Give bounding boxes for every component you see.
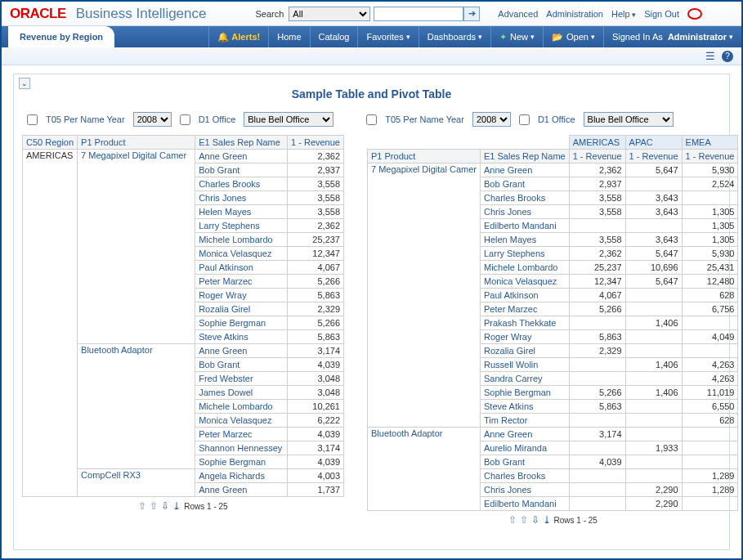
th2-rev1[interactable]: 1 - Revenue [569,150,625,164]
cell-rep[interactable]: Michele Lombardo [195,233,288,247]
cell-rep[interactable]: Peter Marzec [481,302,570,316]
th-americas[interactable]: AMERICAS [569,136,625,150]
nav-favorites[interactable]: Favorites [357,26,418,47]
cell-rep[interactable]: Fred Webster [195,372,288,386]
cell-rep[interactable]: Russell Wolin [481,358,570,372]
nav-open[interactable]: 📂Open [543,26,603,47]
th2-product[interactable]: P1 Product [368,150,481,164]
search-go-button[interactable]: ➔ [463,7,480,21]
year-select-1[interactable]: 2008 [133,112,172,127]
alerts-button[interactable]: 🔔Alerts! [208,26,268,47]
cell-rep[interactable]: Monica Velasquez [195,414,288,428]
cell-rep[interactable]: Anne Green [481,164,570,177]
collapse-button[interactable]: ⌄ [19,78,30,89]
cell-rep[interactable]: Charles Brooks [481,191,570,205]
cell-rep[interactable]: Anne Green [481,428,570,441]
cell-rep[interactable]: Helen Mayes [481,233,570,247]
cell-rep[interactable]: Chris Jones [195,191,288,205]
cell-product[interactable]: Bluetooth Adaptor [78,344,195,469]
help-icon[interactable]: ? [722,51,733,62]
th-rep[interactable]: E1 Sales Rep Name [195,136,288,150]
cell-rep[interactable]: Chris Jones [481,483,570,497]
th-apac[interactable]: APAC [625,136,682,150]
cell-rep[interactable]: Tim Rector [481,414,570,428]
office-checkbox-1[interactable] [180,114,190,125]
year-select-2[interactable]: 2008 [472,112,511,127]
cell-rep[interactable]: Roger Wray [481,330,570,344]
search-scope-select[interactable]: All [289,7,370,21]
cell-product[interactable]: 7 Megapixel Digital Camer [368,164,481,428]
cell-rep[interactable]: Edilberto Mandani [481,497,570,511]
pager2-last-icon[interactable]: ⤓ [543,514,551,526]
advanced-link[interactable]: Advanced [498,9,538,19]
th-rev[interactable]: 1 - Revenue [288,136,344,150]
cell-rep[interactable]: Bob Grant [195,358,288,372]
cell-rep[interactable]: James Dowel [195,386,288,400]
nav-dashboards[interactable]: Dashboards [418,26,490,47]
cell-rep[interactable]: Chris Jones [481,205,570,219]
cell-rep[interactable]: Aurelio Miranda [481,441,570,455]
pager-first-icon[interactable]: ⇧ [138,500,146,512]
th2-rev3[interactable]: 1 - Revenue [682,150,738,164]
pager2-prev-icon[interactable]: ⇧ [520,514,528,526]
cell-rep[interactable]: Roger Wray [195,289,288,302]
cell-rep[interactable]: Paul Atkinson [195,261,288,275]
nav-home[interactable]: Home [268,26,309,47]
signout-link[interactable]: Sign Out [644,9,679,19]
nav-user[interactable]: Signed In As Administrator [603,26,741,47]
th2-rev2[interactable]: 1 - Revenue [625,150,682,164]
cell-rep[interactable]: Peter Marzec [195,275,288,289]
cell-rep[interactable]: Larry Stephens [481,247,570,261]
cell-rep[interactable]: Michele Lombardo [195,400,288,414]
cell-rep[interactable]: Sophie Bergman [195,316,288,330]
search-input[interactable] [374,7,463,21]
cell-product[interactable]: CompCell RX3 [78,469,195,497]
office-checkbox-2[interactable] [519,114,530,125]
cell-rep[interactable]: Peter Marzec [195,428,288,441]
cell-rep[interactable]: Anne Green [195,150,288,164]
pager2-first-icon[interactable]: ⇧ [508,514,517,526]
cell-rep[interactable]: Paul Atkinson [481,289,570,302]
cell-rep[interactable]: Monica Velasquez [195,247,288,261]
cell-rep[interactable]: Angela Richards [195,469,288,483]
cell-rep[interactable]: Charles Brooks [195,177,288,191]
nav-new[interactable]: ✦New [490,26,543,47]
cell-product[interactable]: Bluetooth Adaptor [368,428,481,511]
cell-rep[interactable]: Edilberto Mandani [481,219,570,233]
cell-rep[interactable]: Steve Atkins [481,400,570,414]
cell-rep[interactable]: Larry Stephens [195,219,288,233]
year-checkbox-2[interactable] [366,114,377,125]
cell-rep[interactable]: Bob Grant [481,177,570,191]
cell-rep[interactable]: Bob Grant [195,164,288,177]
office-select-2[interactable]: Blue Bell Office [584,112,674,127]
cell-rep[interactable]: Bob Grant [481,455,570,469]
cell-rep[interactable]: Charles Brooks [481,469,570,483]
th-emea[interactable]: EMEA [682,136,738,150]
cell-rep[interactable]: Anne Green [195,483,288,497]
th2-rep[interactable]: E1 Sales Rep Name [481,150,570,164]
th-product[interactable]: P1 Product [78,136,195,150]
cell-rep[interactable]: Prakash Thekkate [481,316,570,330]
cell-rep[interactable]: Sandra Carrey [481,372,570,386]
nav-catalog[interactable]: Catalog [310,26,358,47]
pager2-next-icon[interactable]: ⇩ [531,514,539,526]
cell-product[interactable]: 7 Megapixel Digital Camer [78,150,195,344]
active-tab[interactable]: Revenue by Region [8,26,114,47]
options-icon[interactable]: ☰ [705,50,715,62]
cell-rep[interactable]: Shannon Hennessey [195,441,288,455]
pager-next-icon[interactable]: ⇩ [161,500,169,512]
help-menu[interactable]: Help [611,9,636,19]
cell-rep[interactable]: Rozalia Girel [481,344,570,358]
cell-rep[interactable]: Sophie Bergman [195,455,288,469]
year-checkbox-1[interactable] [27,114,38,125]
cell-rep[interactable]: Helen Mayes [195,205,288,219]
cell-rep[interactable]: Monica Velasquez [481,275,570,289]
cell-rep[interactable]: Sophie Bergman [481,386,570,400]
pager-prev-icon[interactable]: ⇧ [150,500,158,512]
pager-last-icon[interactable]: ⤓ [172,500,181,512]
cell-rep[interactable]: Rozalia Girel [195,302,288,316]
office-select-1[interactable]: Blue Bell Office [244,112,333,127]
th-region[interactable]: C50 Region [23,136,78,150]
cell-rep[interactable]: Anne Green [195,344,288,358]
cell-rep[interactable]: Steve Atkins [195,330,288,344]
